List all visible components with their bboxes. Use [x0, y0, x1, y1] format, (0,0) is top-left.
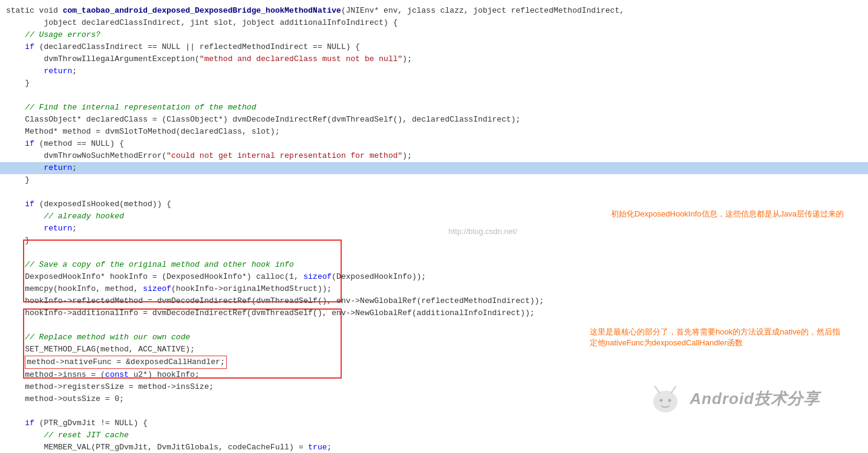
code-string: "could not get internal representation f… [166, 150, 402, 162]
android-logo: Android技术分享 [647, 380, 820, 417]
code-text: memcpy(hookInfo, method, [6, 283, 143, 295]
code-text: hookInfo->additionalInfo = dvmDecodeIndi… [6, 307, 535, 319]
code-text [6, 162, 44, 174]
code-line: return; [0, 223, 868, 235]
code-line-highlighted: return; [0, 162, 868, 174]
code-line: } [0, 174, 868, 186]
android-icon [647, 380, 684, 417]
code-comment: // Usage errors? [6, 29, 100, 41]
code-text: (hookInfo->originalMethodStruct)); [171, 283, 331, 295]
code-comment: // reset JIT cache [6, 429, 129, 442]
code-keyword: if [25, 138, 34, 150]
code-line: return; [0, 65, 868, 77]
code-text: (PTR_gDvmJit != NULL) { [34, 417, 148, 429]
code-text: DexposedHookInfo* hookInfo = (DexposedHo… [6, 271, 303, 283]
code-keyword: if [25, 41, 34, 53]
code-text: (DexposedHookInfo)); [331, 271, 426, 283]
code-text: } [6, 174, 30, 186]
code-text [6, 138, 25, 150]
code-text: static void [6, 5, 63, 17]
code-comment: // Find the internal representation of t… [6, 102, 256, 114]
code-line: Method* method = dvmSlotToMethod(declare… [0, 126, 868, 138]
code-text: ; [72, 65, 77, 77]
code-text [6, 198, 25, 210]
code-comment: // already hooked [6, 210, 124, 223]
code-text: ); [402, 53, 412, 65]
code-keyword: const [105, 369, 129, 381]
code-line: // Find the internal representation of t… [0, 102, 868, 114]
code-text: (JNIEnv* env, jclass clazz, jobject refl… [341, 5, 624, 17]
code-keyword: return [44, 162, 72, 174]
code-text [6, 65, 44, 77]
zh-annotation-1: 初始化DexposedHookInfo信息，这些信息都是从Java层传递过来的 [611, 209, 844, 220]
code-text: ); [402, 150, 412, 162]
code-text: dvmThrowNoSuchMethodError( [6, 150, 166, 162]
code-line: static void com_taobao_android_dexposed_… [0, 5, 868, 17]
code-text: (declaredClassIndirect == NULL || reflec… [34, 41, 360, 53]
svg-line-1 [655, 386, 659, 393]
code-text [6, 356, 25, 368]
watermark: http://blog.csdn.net/ [449, 227, 517, 236]
code-text [6, 223, 44, 235]
code-text: MEMBER_VAL(PTR_gDvmJit, DvmJitGlobals, c… [6, 442, 308, 453]
code-line: if (PTR_gDvmJit != NULL) { [0, 417, 868, 429]
code-line: dvmThrowNoSuchMethodError("could not get… [0, 150, 868, 162]
android-brand-text: Android技术分享 [690, 388, 820, 409]
code-text: jobject declaredClassIndirect, jint slot… [6, 17, 398, 29]
svg-point-3 [660, 399, 663, 402]
code-text: ; [327, 442, 332, 453]
code-line: if (method == NULL) { [0, 138, 868, 150]
code-text: Method* method = dvmSlotToMethod(declare… [6, 126, 279, 138]
code-keyword: true [308, 442, 327, 453]
code-string: "method and declaredClass must not be nu… [200, 53, 402, 65]
code-line: dvmThrowIllegalArgumentException("method… [0, 53, 868, 65]
code-text: dvmThrowIllegalArgumentException( [6, 53, 200, 65]
code-line: ClassObject* declaredClass = (ClassObjec… [0, 114, 868, 126]
code-line: // Save a copy of the original method an… [0, 259, 868, 271]
code-text: SET_METHOD_FLAG(method, ACC_NATIVE); [6, 344, 195, 356]
code-text: (dexposedIsHooked(method)) { [34, 198, 171, 210]
code-line: } [0, 235, 868, 247]
code-line: // reset JIT cache [0, 429, 868, 442]
code-keyword: if [25, 417, 34, 429]
inline-highlight: method->nativeFunc = &dexposedCallHandle… [25, 356, 227, 369]
code-text: ; [72, 223, 77, 235]
code-line: hookInfo->additionalInfo = dvmDecodeIndi… [0, 307, 868, 319]
code-text: method->registersSize = method->insSize; [6, 381, 214, 393]
code-text: ; [72, 162, 77, 174]
svg-point-4 [668, 399, 671, 402]
code-line [0, 186, 868, 198]
code-text: hookInfo->reflectedMethod = dvmDecodeInd… [6, 295, 544, 307]
code-line: if (declaredClassIndirect == NULL || ref… [0, 41, 868, 53]
code-line: jobject declaredClassIndirect, jint slot… [0, 17, 868, 29]
code-keyword: sizeof [303, 271, 331, 283]
function-name: com_taobao_android_dexposed_DexposedBrid… [63, 5, 341, 17]
code-comment: // Save a copy of the original method an… [6, 259, 294, 271]
code-line: // Usage errors? [0, 29, 868, 41]
code-keyword: return [44, 65, 72, 77]
code-line [0, 90, 868, 102]
code-comment: // Replace method with our own code [6, 331, 190, 344]
code-line: } [0, 77, 868, 90]
code-text: ClassObject* declaredClass = (ClassObjec… [6, 114, 520, 126]
code-text: (method == NULL) { [34, 138, 124, 150]
code-line [0, 247, 868, 259]
code-line: DexposedHookInfo* hookInfo = (DexposedHo… [0, 271, 868, 283]
code-line: method->insns = (const u2*) hookInfo; [0, 369, 868, 381]
code-keyword: sizeof [143, 283, 171, 295]
code-text: u2*) hookInfo; [129, 369, 200, 381]
code-keyword: return [44, 223, 72, 235]
code-text [6, 41, 25, 53]
code-line: memcpy(hookInfo, method, sizeof(hookInfo… [0, 283, 868, 295]
code-text: method->outsSize = 0; [6, 393, 124, 405]
code-text: } [6, 235, 30, 247]
code-line: hookInfo->reflectedMethod = dvmDecodeInd… [0, 295, 868, 307]
code-line: method->nativeFunc = &dexposedCallHandle… [0, 356, 868, 369]
code-line: MEMBER_VAL(PTR_gDvmJit, DvmJitGlobals, c… [0, 442, 868, 453]
svg-line-2 [671, 386, 676, 393]
code-text: method->insns = ( [6, 369, 105, 381]
code-text: } [6, 77, 30, 90]
code-text [6, 417, 25, 429]
zh-annotation-2: 这里是最核心的部分了，首先将需要hook的方法设置成native的，然后指定他n… [590, 327, 844, 348]
code-keyword: if [25, 198, 34, 210]
